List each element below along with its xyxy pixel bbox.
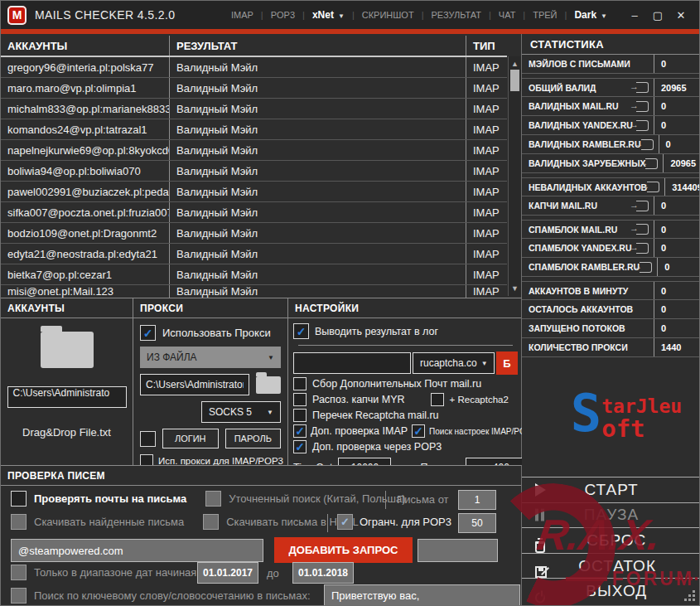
proxy-path-input[interactable]	[140, 374, 249, 395]
pop3-limit-value-box[interactable]: 50	[458, 513, 496, 533]
minimize-button[interactable]: –	[623, 9, 646, 22]
export-arrow-icon[interactable]	[636, 82, 649, 93]
table-row[interactable]: misi@onet.pl:Mail.123Валидный МэйлIMAP	[1, 285, 507, 298]
cell-account: maro.maro@vp.pl:olimpia1	[1, 78, 169, 98]
stat-value: 0	[654, 221, 700, 238]
titlebar-menu: IMAP POP3 xNet СКРИНШОТ РЕЗУЛЬТАТ ЧАТ ТР…	[224, 9, 615, 21]
menu-result[interactable]: РЕЗУЛЬТАТ	[424, 10, 489, 20]
keyword-input[interactable]	[324, 584, 520, 606]
export-arrow-icon[interactable]	[647, 182, 659, 192]
export-arrow-icon[interactable]	[636, 243, 649, 254]
letters-from-value-box[interactable]: 1	[458, 490, 496, 510]
table-row[interactable]: pawel002991@buziaczek.pl:pedal1Валидный …	[1, 182, 507, 202]
table-row[interactable]: bietka7@op.pl:cezar1Валидный МэйлIMAP	[1, 264, 507, 285]
table-scrollbar[interactable]	[508, 56, 521, 296]
stat-label: СПАМБЛОК YANDEX.RU	[529, 243, 631, 253]
cell-account: boliwia94@op.pl:boliwia070	[1, 161, 169, 181]
column-header-type[interactable]: ТИП	[466, 36, 507, 56]
menu-pop3[interactable]: POP3	[263, 10, 302, 20]
export-arrow-icon[interactable]	[636, 224, 649, 235]
menu-tray[interactable]: ТРЕЙ	[525, 10, 564, 20]
close-button[interactable]: ✕	[669, 9, 693, 22]
table-row[interactable]: napelnejkurwie69@op.pl:8kyokcdQВалидный …	[1, 140, 507, 161]
log-output-checkbox[interactable]	[293, 323, 309, 339]
query-input[interactable]	[11, 539, 263, 562]
balance-button[interactable]: Б	[496, 351, 518, 375]
table-row[interactable]: bodzio109@onet.pl:Dragonmt2Валидный Мэйл…	[1, 223, 507, 244]
proxy-login-button[interactable]: ЛОГИН	[162, 429, 219, 448]
add-query-button[interactable]: ДОБАВИТЬ ЗАПРОС	[274, 537, 413, 563]
theme-dropdown[interactable]: Dark	[567, 9, 615, 21]
accounts-panel-title: АККАУНТЫ	[1, 298, 133, 318]
recheck-recaptcha-checkbox[interactable]	[293, 409, 307, 422]
cell-type: IMAP	[466, 78, 507, 98]
date-range-checkbox[interactable]	[11, 565, 27, 580]
scroll-up-icon[interactable]	[509, 60, 521, 68]
captcha-key-input[interactable]	[293, 352, 411, 374]
folder-icon[interactable]	[41, 332, 94, 368]
export-arrow-icon[interactable]	[636, 120, 649, 131]
resize-grip[interactable]	[693, 599, 695, 601]
download-found-checkbox[interactable]	[11, 514, 27, 530]
cell-result: Валидный Мэйл	[169, 99, 466, 119]
imap-check-checkbox[interactable]	[293, 424, 307, 438]
table-row[interactable]: maro.maro@vp.pl:olimpia1Валидный МэйлIMA…	[1, 78, 507, 99]
menu-imap[interactable]: IMAP	[224, 10, 261, 20]
reset-button[interactable]: СБРОС	[522, 527, 700, 553]
stat-row: АККАУНТОВ В МИНУТУ0	[522, 281, 700, 300]
keyword-search-checkbox[interactable]	[11, 588, 27, 604]
imap-settings-search-checkbox[interactable]	[412, 424, 425, 438]
download-html-checkbox[interactable]	[203, 514, 219, 530]
window-title: MAILS CHECKER 4.5.2.0	[35, 8, 175, 22]
collect-extra-mail-checkbox[interactable]	[293, 377, 307, 390]
stat-row: ЗАПУЩЕНО ПОТОКОВ0	[522, 319, 700, 338]
proxy-type-dropdown[interactable]: SOCKS 5	[201, 401, 281, 423]
export-arrow-icon[interactable]	[645, 158, 658, 169]
proxy-password-button[interactable]: ПАРОЛЬ	[225, 429, 282, 448]
proxy-source-dropdown[interactable]: ИЗ ФАЙЛА	[140, 347, 281, 368]
maximize-button[interactable]: ▢	[646, 9, 669, 22]
folder-icon[interactable]	[256, 376, 281, 394]
date-from-box[interactable]: 01.01.2017	[197, 562, 258, 584]
check-mails-checkbox[interactable]	[11, 491, 27, 507]
date-to-box[interactable]: 01.01.2018	[292, 562, 354, 584]
accounts-drop-zone[interactable]: C:\Users\Administrato Drag&Drop File.txt	[1, 318, 133, 439]
use-proxy-checkbox[interactable]	[140, 325, 156, 341]
query-list-box[interactable]	[418, 539, 498, 562]
pop3-check-label: Доп. проверка через POP3	[312, 441, 442, 453]
export-arrow-icon[interactable]	[640, 262, 652, 273]
column-header-result[interactable]: РЕЗУЛЬТАТ	[169, 36, 466, 56]
myr-captcha-checkbox[interactable]	[293, 393, 307, 406]
remainder-button[interactable]: ОСТАТОК	[522, 553, 700, 579]
exit-button[interactable]: ВЫХОД	[522, 578, 700, 604]
scroll-thumb[interactable]	[510, 70, 519, 91]
pop3-limit-checkbox[interactable]	[337, 514, 353, 530]
menu-xnet-dropdown[interactable]: xNet	[305, 9, 352, 21]
table-row[interactable]: boliwia94@op.pl:boliwia070Валидный МэйлI…	[1, 161, 507, 182]
myr-captcha-label: Распоз. капчи MYR	[312, 394, 405, 405]
menu-chat[interactable]: ЧАТ	[491, 10, 524, 20]
accounts-path-field[interactable]: C:\Users\Administrato	[7, 386, 127, 408]
start-button[interactable]: СТАРТ	[522, 477, 700, 502]
pause-button[interactable]: ПАУЗА	[522, 502, 700, 528]
captcha-service-dropdown[interactable]: rucaptcha.co	[413, 352, 495, 374]
pop3-check-checkbox[interactable]	[293, 440, 307, 453]
scroll-down-icon[interactable]	[509, 284, 521, 293]
column-header-accounts[interactable]: АККАУНТЫ	[1, 36, 169, 56]
table-row[interactable]: michalm833@op.pl:marianek8833Валидный Мэ…	[1, 99, 507, 119]
refined-search-checkbox[interactable]	[205, 491, 221, 507]
menu-screenshot[interactable]: СКРИНШОТ	[355, 10, 422, 20]
titlebar[interactable]: M MAILS CHECKER 4.5.2.0 IMAP POP3 xNet С…	[1, 1, 699, 29]
dragdrop-hint: Drag&Drop File.txt	[22, 426, 111, 439]
cell-result: Валидный Мэйл	[169, 244, 466, 264]
export-arrow-icon[interactable]	[636, 201, 649, 211]
table-row[interactable]: komandos24@vp.pl:tatrazal1Валидный МэйлI…	[1, 119, 507, 140]
export-arrow-icon[interactable]	[641, 139, 654, 150]
table-row[interactable]: gregory96@interia.pl:polska77Валидный Мэ…	[1, 57, 507, 78]
table-row[interactable]: edyta21@neostrada.pl:edyta21Валидный Мэй…	[1, 244, 507, 264]
table-row[interactable]: sifka007@poczta.onet.pl:fruzia007Валидны…	[1, 202, 507, 223]
proxy-auth-checkbox[interactable]	[140, 431, 156, 447]
play-icon	[535, 483, 546, 497]
export-arrow-icon[interactable]	[636, 101, 649, 112]
recaptcha2-checkbox[interactable]	[431, 393, 444, 406]
